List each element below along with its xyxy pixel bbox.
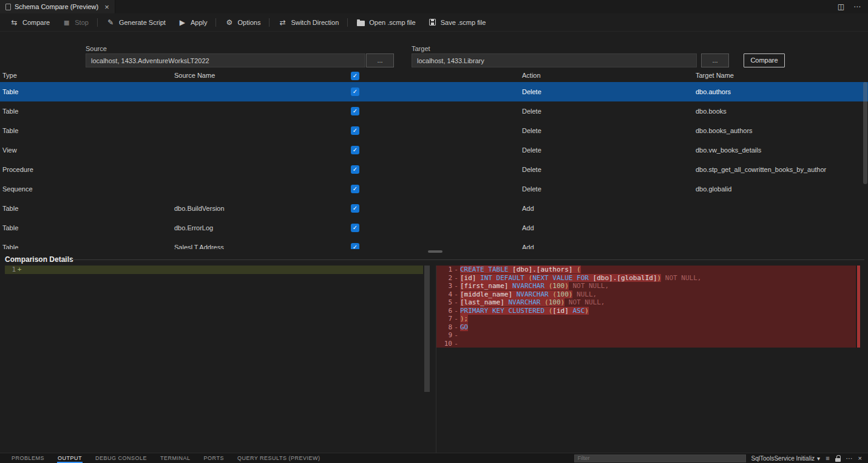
source-browse-button[interactable]: ... xyxy=(366,53,394,67)
cell-target-name: dbo.vw_books_details xyxy=(696,146,761,154)
compare-run-button[interactable]: Compare xyxy=(744,53,785,67)
toolbar-button-label: Save .scmp file xyxy=(441,19,486,26)
code-token: NOT NULL, xyxy=(569,282,609,290)
code-token: NOT NULL, xyxy=(661,274,701,282)
include-checkbox[interactable]: ✓ xyxy=(351,243,359,249)
toolbar-separator xyxy=(97,18,98,27)
code-token: NULL, xyxy=(572,290,597,298)
comparison-details-header: Comparison Details xyxy=(0,254,868,265)
code-text: CREATE TABLE [dbo].[authors] ( xyxy=(460,266,581,274)
word-wrap-icon[interactable]: ≡ xyxy=(826,455,829,462)
close-tab-icon[interactable]: × xyxy=(104,2,109,12)
more-actions-icon[interactable]: ⋯ xyxy=(853,2,861,11)
diff-sign: - xyxy=(452,266,460,274)
include-checkbox[interactable]: ✓ xyxy=(351,146,359,154)
source-input[interactable] xyxy=(86,53,365,67)
table-row[interactable]: Table✓Deletedbo.books xyxy=(0,101,868,121)
diff-target-pane[interactable]: 1-CREATE TABLE [dbo].[authors] (2-[id] I… xyxy=(436,266,856,453)
table-row[interactable]: View✓Deletedbo.vw_books_details xyxy=(0,140,868,160)
target-input[interactable] xyxy=(412,53,697,67)
include-checkbox[interactable]: ✓ xyxy=(351,224,359,232)
cell-checkbox: ✓ xyxy=(351,204,359,213)
toolbar-button-switch-direction[interactable]: ⇄Switch Direction xyxy=(272,15,345,30)
cell-checkbox: ✓ xyxy=(351,224,359,232)
table-row[interactable]: Tabledbo.BuildVersion✓Add xyxy=(0,199,868,218)
table-row[interactable]: Sequence✓Deletedbo.globalid xyxy=(0,179,868,199)
toolbar-button-open-scmp[interactable]: Open .scmp file xyxy=(350,15,421,30)
comparison-details-title: Comparison Details xyxy=(5,255,73,264)
close-panel-icon[interactable]: × xyxy=(858,455,862,462)
panel-more-icon[interactable]: ⋯ xyxy=(846,455,853,462)
results-scrollbar-thumb[interactable] xyxy=(863,82,867,184)
diff-removed-line: 1-CREATE TABLE [dbo].[authors] ( xyxy=(436,266,856,274)
code-token: 100 xyxy=(552,282,565,290)
code-token: INT DEFAULT xyxy=(480,274,528,282)
table-row[interactable]: TableSalesLT.Address✓Add xyxy=(0,238,868,249)
line-number: 1 xyxy=(436,266,452,274)
code-text: ); xyxy=(460,315,468,323)
cell-checkbox: ✓ xyxy=(351,243,359,249)
output-filter-input[interactable] xyxy=(574,454,746,462)
panel-tab-ports[interactable]: PORTS xyxy=(197,453,231,463)
cell-action: Delete xyxy=(522,146,541,154)
results-header: Type Source Name ✓ Action Target Name xyxy=(0,71,868,82)
toolbar-button-compare[interactable]: ⇆Compare xyxy=(4,15,56,30)
include-checkbox[interactable]: ✓ xyxy=(351,107,359,115)
toolbar-button-apply[interactable]: ▶Apply xyxy=(172,15,214,30)
panel-tab-debug-console[interactable]: DEBUG CONSOLE xyxy=(89,453,154,463)
target-browse-button[interactable]: ... xyxy=(701,53,729,67)
table-row[interactable]: Procedure✓Deletedbo.stp_get_all_cowritte… xyxy=(0,160,868,179)
toolbar-button-save-scmp[interactable]: Save .scmp file xyxy=(422,15,492,30)
code-token: [last_name] xyxy=(460,298,508,306)
code-token: ( xyxy=(577,266,581,273)
code-token: NVARCHAR xyxy=(517,290,553,298)
diff-left-scrollbar-thumb[interactable] xyxy=(424,266,430,392)
panel-tab-output[interactable]: OUTPUT xyxy=(51,453,89,463)
toolbar-button-label: Switch Direction xyxy=(291,19,339,26)
code-token: NEXT VALUE FOR xyxy=(532,274,592,282)
save-scmp-glyph xyxy=(429,19,436,26)
diff-removed-line: 3-[first_name] NVARCHAR (100) NOT NULL, xyxy=(436,282,856,290)
target-label: Target xyxy=(412,45,430,52)
table-row[interactable]: Tabledbo.ErrorLog✓Add xyxy=(0,218,868,238)
line-number: 7 xyxy=(436,315,452,323)
panel-tab-query-results-preview[interactable]: QUERY RESULTS (PREVIEW) xyxy=(231,453,327,463)
include-checkbox[interactable]: ✓ xyxy=(351,126,359,135)
panel-tab-terminal[interactable]: TERMINAL xyxy=(154,453,197,463)
toolbar-button-label: Stop xyxy=(75,19,89,26)
include-checkbox[interactable]: ✓ xyxy=(351,204,359,213)
output-channel-select[interactable]: SqlToolsService Initializ ▾ xyxy=(751,455,821,462)
split-editor-icon[interactable]: ◫ xyxy=(838,2,844,11)
diff-sign: - xyxy=(452,274,460,283)
cell-checkbox: ✓ xyxy=(351,185,359,193)
toolbar-button-options[interactable]: ⚙Options xyxy=(219,15,266,30)
results-rows: Table✓Deletedbo.authorsTable✓Deletedbo.b… xyxy=(0,82,868,249)
tab-title: Schema Compare (Preview) xyxy=(15,3,98,10)
column-source-name: Source Name xyxy=(174,72,215,79)
cell-action: Add xyxy=(522,244,534,249)
select-all-checkbox[interactable]: ✓ xyxy=(351,72,359,80)
split-sash[interactable] xyxy=(0,249,868,254)
code-text: [last_name] NVARCHAR (100) NOT NULL, xyxy=(460,298,605,307)
code-token: [dbo].[authors] xyxy=(512,266,577,273)
include-checkbox[interactable]: ✓ xyxy=(351,165,359,174)
panel-tab-problems[interactable]: PROBLEMS xyxy=(5,453,51,463)
diff-source-pane[interactable]: 1+ xyxy=(5,266,423,453)
toolbar-button-label: Generate Script xyxy=(119,19,166,26)
tab-bar-actions: ◫ ⋯ xyxy=(838,2,868,11)
editor-tab-bar: Schema Compare (Preview) × ◫ ⋯ xyxy=(0,0,868,13)
tab-schema-compare[interactable]: Schema Compare (Preview) × xyxy=(0,0,115,13)
lock-scroll-icon[interactable] xyxy=(835,455,841,462)
line-number: 2 xyxy=(436,274,452,283)
generate-script-icon: ✎ xyxy=(106,18,115,27)
table-row[interactable]: Table✓Deletedbo.books_authors xyxy=(0,121,868,140)
table-row[interactable]: Table✓Deletedbo.authors xyxy=(0,82,868,101)
include-checkbox[interactable]: ✓ xyxy=(351,185,359,193)
diff-sign: - xyxy=(452,282,460,290)
column-target-name: Target Name xyxy=(696,72,734,79)
toolbar-button-generate-script[interactable]: ✎Generate Script xyxy=(100,15,172,30)
sash-grip[interactable] xyxy=(428,250,442,253)
code-text: [first_name] NVARCHAR (100) NOT NULL, xyxy=(460,282,609,290)
column-type: Type xyxy=(2,72,17,79)
include-checkbox[interactable]: ✓ xyxy=(351,87,359,96)
